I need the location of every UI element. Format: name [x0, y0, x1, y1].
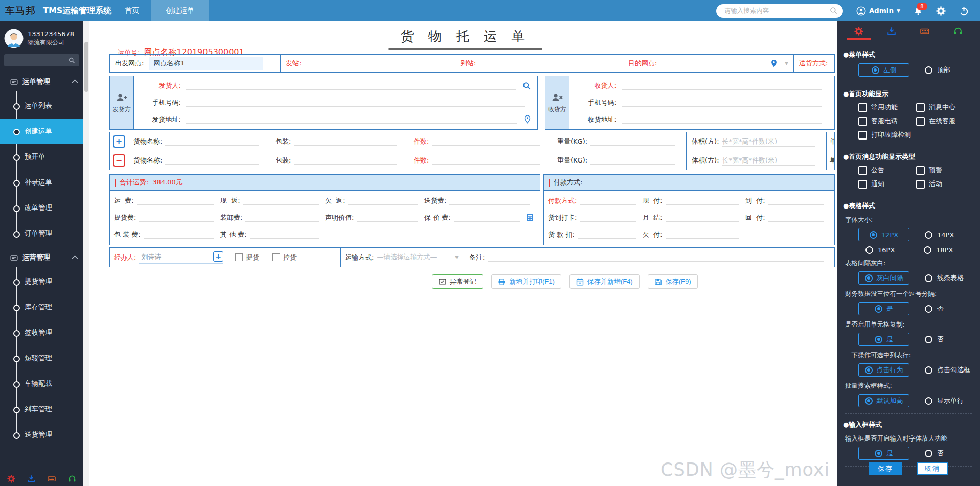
- delivery-fee-input[interactable]: [449, 197, 530, 205]
- card-on-arrival-input[interactable]: [580, 214, 636, 222]
- msg-notice-checkbox[interactable]: 通知: [858, 179, 916, 189]
- font-18px-option[interactable]: 18PX: [924, 246, 953, 254]
- sidebar-item-arrival[interactable]: 到车管理: [0, 397, 83, 422]
- menu-style-top-option[interactable]: 顶部: [925, 65, 950, 75]
- monthly-input[interactable]: [666, 214, 739, 222]
- start-station-input[interactable]: [304, 59, 444, 67]
- sidebar-scrollbar[interactable]: [83, 21, 89, 486]
- goods-weight-input[interactable]: [590, 156, 675, 165]
- sidebar-item-pickup[interactable]: 提货管理: [0, 269, 83, 294]
- power-icon[interactable]: [959, 6, 969, 16]
- depart-branch-input[interactable]: 网点名称1: [149, 57, 263, 70]
- settings-gear-button[interactable]: [936, 6, 946, 16]
- sidebar-item-supplement[interactable]: 补录运单: [0, 170, 83, 195]
- sender-name-input[interactable]: [186, 82, 516, 90]
- panel-tab-keyboard-icon[interactable]: [920, 27, 930, 40]
- goods-name-input[interactable]: [165, 156, 259, 165]
- search-icon[interactable]: [522, 82, 531, 90]
- freight-input[interactable]: [137, 197, 214, 205]
- goods-name-input[interactable]: [165, 137, 259, 146]
- feature-print-check-checkbox[interactable]: 打印故障检测: [858, 130, 911, 140]
- handling-fee-input[interactable]: [245, 214, 319, 222]
- sidebar-search-input[interactable]: [8, 56, 69, 64]
- sidebar-item-create-waybill[interactable]: 创建运单: [0, 119, 83, 144]
- menu-section-operations[interactable]: 运营管理: [0, 246, 83, 269]
- add-operator-button[interactable]: +: [213, 251, 223, 262]
- sidebar-item-shuttle[interactable]: 短驳管理: [0, 345, 83, 371]
- goods-pack-input[interactable]: [294, 137, 397, 146]
- panel-tab-download-icon[interactable]: [887, 27, 896, 40]
- pay-owed-input[interactable]: [666, 230, 739, 239]
- goods-volume-input[interactable]: 长*宽*高*件数(米): [722, 156, 815, 166]
- panel-save-button[interactable]: 保存: [869, 462, 902, 475]
- sender-address-input[interactable]: [186, 115, 517, 124]
- panel-tab-gear-icon[interactable]: [854, 27, 863, 40]
- pay-now-input[interactable]: [666, 197, 739, 205]
- goods-qty-input[interactable]: [432, 137, 540, 146]
- gear-icon[interactable]: [7, 475, 15, 483]
- admin-menu[interactable]: Admin ▼: [856, 6, 900, 16]
- goods-deduct-input[interactable]: [578, 230, 636, 239]
- cash-return-input[interactable]: [243, 197, 319, 205]
- panel-tab-headset-icon[interactable]: [953, 27, 963, 40]
- sidebar-item-inventory[interactable]: 库存管理: [0, 294, 83, 320]
- batch-tall-option[interactable]: 默认加高: [858, 394, 909, 407]
- sidebar-item-sign[interactable]: 签收管理: [0, 320, 83, 345]
- global-search[interactable]: [716, 4, 843, 18]
- font-12px-option[interactable]: 12PX: [858, 228, 909, 241]
- insurance-fee-input[interactable]: [454, 214, 520, 222]
- sidebar-item-pre-order[interactable]: 预开单: [0, 144, 83, 170]
- arrive-station-input[interactable]: [479, 59, 611, 67]
- stripe-gray-option[interactable]: 灰白间隔: [858, 271, 909, 285]
- input-zoom-yes-option[interactable]: 是: [858, 447, 909, 460]
- tab-home[interactable]: 首页: [125, 6, 139, 15]
- select-checkbox-click-option[interactable]: 点击勾选框: [925, 365, 970, 375]
- other-fee-input[interactable]: [250, 230, 319, 239]
- sidebar-item-waybill-list[interactable]: 运单列表: [0, 93, 83, 119]
- sidebar-item-vehicle-load[interactable]: 车辆配载: [0, 371, 83, 397]
- menu-section-waybill[interactable]: 运单管理: [0, 71, 83, 93]
- pay-back-input[interactable]: [768, 214, 824, 222]
- dest-branch-input[interactable]: [660, 59, 764, 67]
- batch-single-option[interactable]: 显示单行: [925, 396, 964, 405]
- owed-return-input[interactable]: [348, 197, 418, 205]
- panel-cancel-button[interactable]: 取消: [917, 462, 948, 475]
- keyboard-icon[interactable]: [47, 475, 56, 483]
- remark-input[interactable]: [488, 253, 824, 262]
- receiver-phone-input[interactable]: [622, 99, 822, 107]
- select-row-click-option[interactable]: 点击行为: [858, 363, 909, 377]
- declared-value-input[interactable]: [357, 214, 418, 222]
- sidebar-item-amend[interactable]: 改单管理: [0, 195, 83, 221]
- feature-service-phone-checkbox[interactable]: 客服电话: [858, 117, 916, 126]
- tab-create-waybill[interactable]: 创建运单: [151, 0, 209, 21]
- feature-common-checkbox[interactable]: 常用功能: [858, 103, 916, 112]
- menu-style-left-option[interactable]: 左侧: [858, 63, 909, 77]
- feature-message-center-checkbox[interactable]: 消息中心: [916, 103, 974, 112]
- goods-weight-input[interactable]: [590, 137, 675, 146]
- goods-qty-input[interactable]: [432, 156, 540, 165]
- pickup-checkbox[interactable]: [235, 253, 243, 261]
- goods-pack-input[interactable]: [294, 156, 397, 165]
- sidebar-search[interactable]: [4, 54, 79, 66]
- msg-activity-checkbox[interactable]: 活动: [916, 179, 974, 189]
- global-search-input[interactable]: [723, 7, 830, 15]
- feature-online-service-checkbox[interactable]: 在线客服: [916, 117, 974, 126]
- scrollbar-thumb[interactable]: [84, 42, 88, 92]
- stripe-line-option[interactable]: 线条表格: [925, 273, 964, 283]
- copy-no-option[interactable]: 否: [925, 335, 944, 344]
- headset-icon[interactable]: [68, 475, 76, 483]
- location-pin-icon[interactable]: [770, 59, 778, 68]
- pickup-fee-input[interactable]: [139, 214, 214, 222]
- add-goods-row-button[interactable]: +: [113, 135, 125, 148]
- transport-select[interactable]: —请选择运输方式— ▼: [377, 251, 459, 263]
- font-14px-option[interactable]: 14PX: [925, 231, 954, 239]
- calculator-icon[interactable]: [526, 213, 534, 222]
- remove-goods-row-button[interactable]: −: [113, 154, 125, 167]
- abnormal-register-button[interactable]: 异常登记: [432, 274, 483, 289]
- sender-phone-input[interactable]: [186, 99, 525, 107]
- copy-yes-option[interactable]: 是: [858, 333, 909, 346]
- comma-yes-option[interactable]: 是: [858, 302, 909, 315]
- control-checkbox[interactable]: [272, 253, 280, 261]
- goods-volume-input[interactable]: 长*宽*高*件数(米): [722, 137, 815, 147]
- input-zoom-no-option[interactable]: 否: [925, 449, 944, 458]
